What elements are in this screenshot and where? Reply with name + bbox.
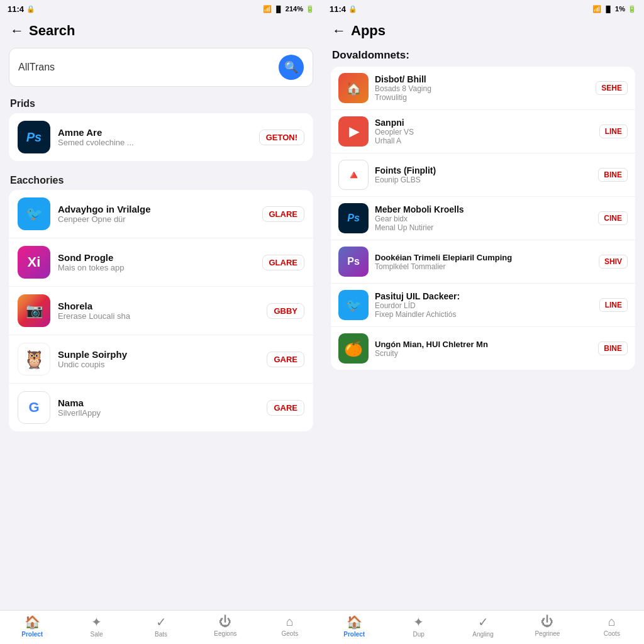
list-item[interactable]: 🔺 Foints (Finplit) Eounip GLBS BINE bbox=[331, 153, 635, 197]
nav-item-dup[interactable]: ✦ Dup bbox=[386, 614, 450, 638]
time-right: 11:4 bbox=[330, 4, 346, 14]
list-item[interactable]: G Nama SilverllAppy GARE bbox=[9, 384, 313, 431]
right-screen: 11:4 🔒 📶 ▐▌ 1% 🔋 ← Apps Dovaldomnets: bbox=[322, 0, 644, 644]
app-info: Dookéian Trimeli Elepiaril Cumping Tompl… bbox=[375, 253, 592, 271]
app-desc1: Tomplkéel Tommalier bbox=[375, 262, 592, 271]
nav-item-prolect-right[interactable]: 🏠 Prolect bbox=[322, 614, 386, 638]
app-icon-owl: 🦉 bbox=[18, 343, 50, 375]
app-info: Sanpni Oeopler VS Urhall A bbox=[375, 118, 593, 145]
app-icon-google: G bbox=[18, 391, 50, 424]
nav-item-angling[interactable]: ✓ Angling bbox=[451, 614, 515, 638]
battery-left: 214% bbox=[286, 5, 303, 13]
list-item[interactable]: 🍊 Ungón Mian, HUI Chletrer Mn Scruity BI… bbox=[331, 327, 635, 370]
signal-icon-left: ▐▌ bbox=[274, 6, 283, 13]
app-info: Sunple Soirphy Undic coupis bbox=[58, 349, 259, 369]
app-info: Ungón Mian, HUI Chletrer Mn Scruity bbox=[375, 340, 592, 358]
top-bar-right: ← Apps bbox=[322, 18, 644, 43]
app-icon-meber: Ps bbox=[338, 203, 369, 233]
battery-icon-left: 🔋 bbox=[306, 5, 314, 13]
app-name: Amne Are bbox=[58, 127, 252, 138]
nav-icon-bats: ✓ bbox=[156, 614, 167, 630]
back-button-left[interactable]: ← bbox=[10, 23, 24, 39]
nav-label-eegions: Eegions bbox=[214, 630, 236, 637]
eacchories-card: 🐦 Advayhgo in Vrilalge Cenpeer Opne dür … bbox=[9, 190, 313, 431]
app-desc1: Eourdor LÍD bbox=[375, 301, 593, 310]
app-action-button[interactable]: GLARE bbox=[262, 255, 305, 270]
app-action-button[interactable]: SHIV bbox=[599, 255, 628, 269]
insta-icon: 📷 bbox=[26, 303, 43, 319]
app-desc: Undic coupis bbox=[58, 360, 259, 369]
nav-label-pegrinee: Pegrinee bbox=[535, 630, 560, 637]
nav-label-dup: Dup bbox=[413, 631, 424, 638]
section-dovaldomnets-label: Dovaldomnets: bbox=[322, 43, 644, 67]
list-item[interactable]: ▶ Sanpni Oeopler VS Urhall A LINE bbox=[331, 110, 635, 153]
nav-icon-pegrinee: ⏻ bbox=[541, 614, 553, 629]
app-info: Advayhgo in Vrilalge Cenpeer Opne dür bbox=[58, 204, 255, 224]
app-action-button[interactable]: BINE bbox=[598, 168, 628, 182]
app-action-button[interactable]: LINE bbox=[599, 298, 628, 312]
search-input[interactable]: AllTrans bbox=[18, 62, 274, 73]
list-item[interactable]: 🐦 Advayhgo in Vrilalge Cenpeer Opne dür … bbox=[9, 190, 313, 238]
nav-label-prolect-right: Prolect bbox=[343, 631, 365, 638]
app-info: Meber Moboli Kroells Gear bidx Menal Up … bbox=[375, 204, 592, 232]
page-title-right: Apps bbox=[351, 23, 386, 39]
list-item[interactable]: 🐦 Pasituj UIL Dackeer: Eourdor LÍD Fixep… bbox=[331, 284, 635, 327]
nav-item-coots[interactable]: ⌂ Coots bbox=[580, 614, 644, 638]
foints-icon: 🔺 bbox=[346, 167, 362, 182]
nav-label-prolect: Prolect bbox=[21, 631, 43, 638]
section-eacchories-label: Eacchories bbox=[0, 169, 322, 190]
list-item[interactable]: Ps Meber Moboli Kroells Gear bidx Menal … bbox=[331, 197, 635, 240]
app-action-button[interactable]: GETON! bbox=[259, 130, 304, 145]
app-action-button[interactable]: LINE bbox=[599, 125, 628, 138]
nav-icon-sale: ✦ bbox=[91, 614, 102, 630]
app-action-button[interactable]: GARE bbox=[267, 400, 304, 416]
back-button-right[interactable]: ← bbox=[332, 23, 346, 39]
list-item[interactable]: Xi Sond Progle Mais on tokes app GLARE bbox=[9, 238, 313, 287]
app-desc1: Bosads 8 Vaging bbox=[375, 84, 589, 93]
app-icon-insta: 📷 bbox=[18, 294, 50, 327]
app-icon-xi: Xi bbox=[18, 246, 50, 279]
app-action-button[interactable]: SEHE bbox=[596, 81, 628, 95]
app-action-button[interactable]: GARE bbox=[267, 352, 304, 367]
search-bar-container: AllTrans 🔍 bbox=[0, 43, 322, 92]
google-logo: G bbox=[28, 399, 39, 416]
nav-item-bats[interactable]: ✓ Bats bbox=[129, 614, 193, 638]
nav-item-sale[interactable]: ✦ Sale bbox=[64, 614, 128, 638]
app-desc: Mais on tokes app bbox=[58, 263, 255, 272]
search-button[interactable]: 🔍 bbox=[279, 55, 304, 80]
app-name: Disbot/ Bhill bbox=[375, 74, 589, 84]
nav-item-eegions[interactable]: ⏻ Eegions bbox=[193, 614, 257, 638]
list-item[interactable]: 🦉 Sunple Soirphy Undic coupis GARE bbox=[9, 335, 313, 384]
dookeian-icon: Ps bbox=[347, 256, 360, 267]
nav-item-geots[interactable]: ⌂ Geots bbox=[258, 614, 322, 638]
sanpni-icon: ▶ bbox=[349, 124, 358, 139]
app-action-button[interactable]: CINE bbox=[598, 211, 628, 225]
page-title-left: Search bbox=[29, 23, 75, 39]
nav-item-prolect[interactable]: 🏠 Prolect bbox=[0, 614, 64, 638]
app-action-button[interactable]: BINE bbox=[598, 341, 628, 355]
ps-logo: Ps bbox=[347, 213, 360, 224]
nav-label-geots: Geots bbox=[281, 630, 298, 637]
nav-item-pegrinee[interactable]: ⏻ Pegrinee bbox=[515, 614, 579, 638]
app-action-button[interactable]: GBBY bbox=[267, 303, 304, 319]
list-item[interactable]: Ps Dookéian Trimeli Elepiaril Cumping To… bbox=[331, 240, 635, 284]
app-icon-sanpni: ▶ bbox=[338, 116, 369, 147]
search-bar[interactable]: AllTrans 🔍 bbox=[9, 48, 313, 87]
lock-icon-left: 🔒 bbox=[26, 5, 35, 13]
list-item[interactable]: 🏠 Disbot/ Bhill Bosads 8 Vaging Trowulit… bbox=[331, 67, 635, 110]
app-action-button[interactable]: GLARE bbox=[262, 206, 305, 222]
app-desc: Cenpeer Opne dür bbox=[58, 214, 255, 224]
nav-icon-eegions: ⏻ bbox=[219, 614, 231, 629]
list-item[interactable]: Ps Amne Are Semed cvolechine ... GETON! bbox=[9, 113, 313, 161]
list-item[interactable]: 📷 Shorela Ererase Loucali sha GBBY bbox=[9, 287, 313, 335]
app-desc1: Scruity bbox=[375, 349, 592, 358]
app-name: Sunple Soirphy bbox=[58, 349, 259, 360]
app-icon-pasituj: 🐦 bbox=[338, 290, 369, 320]
app-name: Sanpni bbox=[375, 118, 593, 128]
app-info: Nama SilverllAppy bbox=[58, 397, 259, 418]
app-name: Meber Moboli Kroells bbox=[375, 204, 592, 214]
left-content-area: Prids Ps Amne Are Semed cvolechine ... G… bbox=[0, 92, 322, 610]
nav-label-angling: Angling bbox=[472, 631, 493, 638]
app-name: Sond Progle bbox=[58, 252, 255, 263]
left-screen: 11:4 🔒 📶 ▐▌ 214% 🔋 ← Search AllTrans 🔍 bbox=[0, 0, 322, 644]
